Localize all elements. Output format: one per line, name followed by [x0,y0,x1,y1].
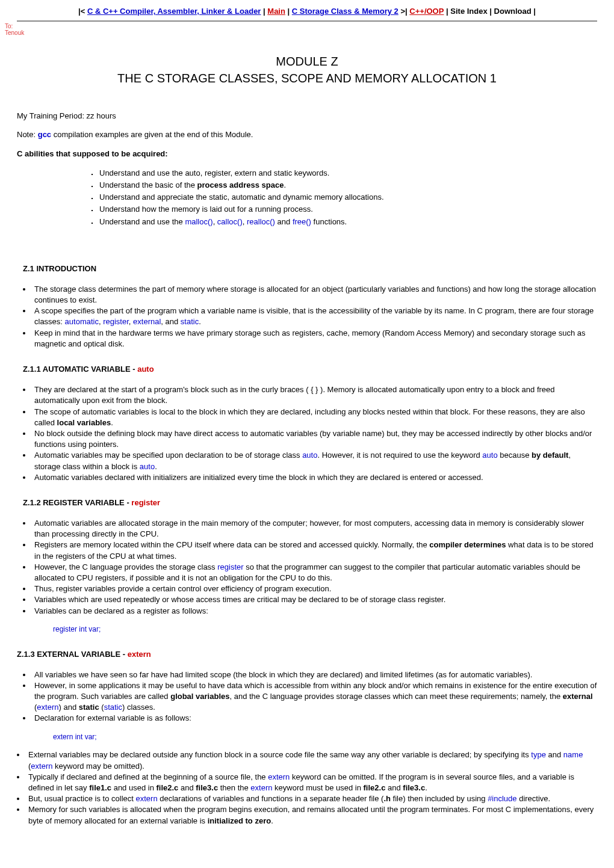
bullet-item: However, in some applications it may be … [32,680,597,713]
kw-static: static [104,703,122,712]
text: . However, it is not required to use the… [317,451,482,460]
section-introduction: Z.1 INTRODUCTION [23,263,597,274]
kw-extern: extern [250,783,272,792]
objective-item: Understand and use the auto, register, e… [98,168,597,179]
bullet-item: Automatic variables declared with initia… [32,472,597,483]
keyword-gcc: gcc [38,130,51,139]
abilities-header: C abilities that supposed to be acquired… [17,149,168,158]
filename: file2.c [157,783,179,792]
section-auto: Z.1.1 AUTOMATIC VARIABLE - auto [23,364,597,375]
bullet-item: They are declared at the start of a prog… [32,384,597,406]
fn-calloc: calloc() [217,217,243,226]
page-title: MODULE Z THE C STORAGE CLASSES, SCOPE AN… [17,53,597,87]
text: . [425,783,427,792]
bullet-item: However, the C language provides the sto… [32,562,597,583]
text: global variables [170,692,229,701]
nav-link-compiler[interactable]: C & C++ Compiler, Assembler, Linker & Lo… [87,7,261,16]
text: because [498,451,532,460]
bullet-item: Memory for such variables is allocated w… [26,804,597,826]
section-register: Z.1.2 REGISTER VARIABLE - register [23,497,597,508]
text: and [546,750,563,759]
filename: .h [383,794,391,803]
filename: file3.c [196,783,218,792]
text: , and the C language provides storage cl… [229,692,562,701]
text: and [385,783,403,792]
nav-link-storage2[interactable]: C Storage Class & Memory 2 [292,7,398,16]
bullet-list: External variables may be declared outsi… [17,749,597,826]
text: file) then included by using [391,794,488,803]
text: and [275,217,293,226]
objectives-list: Understand and use the auto, register, e… [98,168,597,227]
text: However, the C language provides the sto… [34,562,217,571]
kw-register: register [217,562,243,571]
text: ) classes. [122,703,155,712]
text: external [563,692,593,701]
text: , and [161,317,181,326]
note-line: Note: gcc compilation examples are given… [17,129,597,140]
bullet-item: Automatic variables may be specified upo… [32,450,597,472]
kw-auto: auto [140,462,155,471]
text: . [271,816,273,825]
bullet-item: A scope specifies the part of the progra… [32,306,597,327]
nav-sep: >| [400,7,407,16]
text: Understand and use the [99,217,185,226]
bullet-item: Variables can be declared as a register … [32,606,597,617]
nav-link-download[interactable]: Download [494,7,532,16]
section-extern: Z.1.3 EXTERNAL VARIABLE - extern [17,649,597,660]
title-line: THE C STORAGE CLASSES, SCOPE AND MEMORY … [17,70,597,87]
text: External variables may be declared outsi… [28,750,531,759]
kw-auto: auto [302,451,317,460]
bullet-item: Typically if declared and defined at the… [26,772,597,793]
text: initialized to zero [208,816,271,825]
nav-link-oop[interactable]: C++/OOP [409,7,444,16]
kw-include: #include [488,794,516,803]
text: local variables [57,418,111,427]
bullet-list: All variables we have seen so far have h… [17,669,597,724]
bullet-item: All variables we have seen so far have h… [32,669,597,680]
text: and used in [111,783,156,792]
fn-realloc: realloc() [247,217,275,226]
text: . [284,180,286,189]
kw-extern: extern [31,762,52,771]
filename: file3.c [403,783,425,792]
text: . [155,462,157,471]
text: , [213,217,217,226]
text: Registers are memory located within the … [34,540,429,549]
kw-extern: extern [128,650,151,659]
text: keyword may be omitted). [52,762,144,771]
text: directive. [517,794,551,803]
objective-item: Understand how the memory is laid out fo… [98,204,597,215]
text: ( [99,703,104,712]
kw-external: external [133,317,161,326]
nav-sep: | [489,7,494,16]
objective-item: Understand the basic of the process addr… [98,180,597,191]
bullet-item: The storage class determines the part of… [32,284,597,306]
text: Typically if declared and defined at the… [28,772,268,781]
text: by default [532,451,568,460]
text: But, usual practice is to collect [28,794,135,803]
text: . [199,317,201,326]
filename: file1.c [89,783,111,792]
filename: file2.c [364,783,386,792]
text: Z.1.3 EXTERNAL VARIABLE - [17,650,128,659]
text: declarations of variables and functions … [158,794,384,803]
text: The scope of automatic variables is loca… [34,407,585,427]
bullet-item: Declaration for external variable is as … [32,713,597,724]
text: functions. [311,217,347,226]
text: process address space [197,180,284,189]
nav-link-main[interactable]: Main [267,7,285,16]
text: Note: [17,130,38,139]
bullet-item: Variables which are used repeatedly or w… [32,594,597,605]
objective-item: Understand and use the malloc(), calloc(… [98,217,597,227]
logo: To: Tenouk [5,23,597,36]
kw-register: register [103,317,129,326]
nav-link-siteindex[interactable]: Site Index [450,7,487,16]
fn-free: free() [293,217,311,226]
bullet-item: Registers are memory located within the … [32,540,597,561]
kw-extern: extern [37,703,58,712]
kw-auto: auto [137,365,154,374]
bullet-list: The storage class determines the part of… [17,284,597,349]
text: , [243,217,247,226]
bullet-item: External variables may be declared outsi… [26,749,597,771]
text: Automatic variables may be specified upo… [34,451,302,460]
